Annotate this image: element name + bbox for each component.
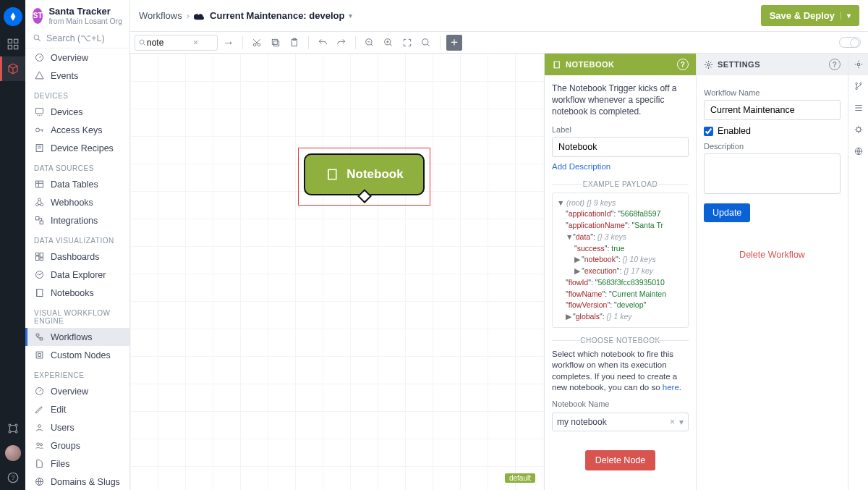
svg-point-7 <box>15 431 17 433</box>
nav-integrations[interactable]: Integrations <box>25 211 129 229</box>
zoom-out-icon[interactable] <box>362 35 378 51</box>
nav-webhooks[interactable]: Webhooks <box>25 193 129 211</box>
rail-help-icon[interactable]: ? <box>0 465 25 490</box>
zoom-in-icon[interactable] <box>380 35 396 51</box>
svg-rect-45 <box>272 39 277 44</box>
nav-overview[interactable]: Overview <box>25 48 129 67</box>
rail-dashboard-icon[interactable] <box>0 32 25 56</box>
paste-icon[interactable] <box>286 35 302 51</box>
canvas[interactable]: Notebook default <box>130 54 544 490</box>
panel-description: The Notebook Trigger kicks off a workflo… <box>552 83 689 118</box>
node-label: Notebook <box>346 167 403 182</box>
settings-help-icon[interactable]: ? <box>829 59 841 70</box>
settings-header: SETTINGS ? <box>697 54 848 75</box>
svg-rect-31 <box>36 352 43 358</box>
mini-branch-icon[interactable] <box>848 75 869 97</box>
enabled-checkbox-input[interactable] <box>704 127 713 136</box>
rail-cube-icon[interactable] <box>0 56 25 81</box>
svg-rect-1 <box>14 39 17 43</box>
add-node-icon[interactable]: ＋ <box>446 35 462 51</box>
svg-rect-23 <box>36 217 39 220</box>
save-caret-icon[interactable]: ▾ <box>841 12 851 20</box>
svg-point-16 <box>41 115 41 116</box>
example-payload[interactable]: ▼ (root) {} 9 keys "applicationId": "566… <box>552 193 689 328</box>
svg-point-33 <box>38 425 41 428</box>
nav-dashboards[interactable]: Dashboards <box>25 248 129 266</box>
notebook-icon <box>325 167 339 182</box>
delete-node-button[interactable]: Delete Node <box>585 450 656 470</box>
user-avatar[interactable] <box>5 445 21 461</box>
node-search[interactable]: × <box>135 35 218 51</box>
delete-workflow-link[interactable]: Delete Workflow <box>704 250 841 260</box>
nav-group-engine: VISUAL WORKFLOW ENGINE <box>25 302 129 328</box>
global-rail: ? <box>0 0 25 490</box>
mini-debug-icon[interactable] <box>848 119 869 140</box>
undo-icon[interactable] <box>315 35 331 51</box>
svg-point-14 <box>37 115 38 116</box>
enabled-checkbox[interactable]: Enabled <box>704 126 841 136</box>
nav-users[interactable]: Users <box>25 418 129 436</box>
svg-rect-24 <box>40 221 43 224</box>
nav-data-tables[interactable]: Data Tables <box>25 175 129 193</box>
svg-point-4 <box>9 424 11 426</box>
nav-files[interactable]: Files <box>25 455 129 473</box>
update-button[interactable]: Update <box>704 203 750 222</box>
svg-point-10 <box>34 35 39 40</box>
panel-help-icon[interactable]: ? <box>677 59 689 70</box>
nav-domains[interactable]: Domains & Slugs <box>25 473 129 490</box>
nav-events[interactable]: Events <box>25 67 129 85</box>
next-match-icon[interactable]: → <box>221 35 237 51</box>
zoom-reset-icon[interactable] <box>418 35 434 51</box>
nav-edit[interactable]: Edit <box>25 400 129 418</box>
nav-access-keys[interactable]: Access Keys <box>25 121 129 139</box>
nav-custom-nodes[interactable]: Custom Nodes <box>25 346 129 364</box>
svg-point-34 <box>37 443 40 446</box>
svg-rect-44 <box>274 41 279 46</box>
svg-point-5 <box>15 424 17 426</box>
nav-workflows[interactable]: Workflows <box>25 328 129 346</box>
nav-notebooks[interactable]: Notebooks <box>25 284 129 302</box>
sidebar-search[interactable]: Search (⌥+L) <box>25 28 129 48</box>
mini-list-icon[interactable] <box>848 97 869 119</box>
breadcrumb-root[interactable]: Workflows <box>139 10 182 21</box>
nav-device-recipes[interactable]: Device Recipes <box>25 139 129 157</box>
nav-exp-overview[interactable]: Overview <box>25 382 129 400</box>
copy-icon[interactable] <box>268 35 284 51</box>
nav-group-devices: DEVICES <box>25 85 129 103</box>
redo-icon[interactable] <box>333 35 349 51</box>
settings-panel: SETTINGS ? Workflow Name Enabled Descrip… <box>696 54 848 490</box>
search-icon <box>138 38 147 47</box>
nav-group-experience: EXPERIENCE <box>25 364 129 382</box>
breadcrumb-sep: › <box>187 10 190 21</box>
svg-text:?: ? <box>11 475 14 481</box>
mini-settings-icon[interactable] <box>848 54 869 75</box>
app-header[interactable]: ST Santa Tracker from Main Losant Org <box>25 0 129 28</box>
breadcrumb-caret-icon[interactable]: ▾ <box>349 12 352 20</box>
fit-icon[interactable] <box>399 35 415 51</box>
breadcrumb: Workflows › Current Maintenance: develop… <box>139 10 352 21</box>
nav-data-explorer[interactable]: Data Explorer <box>25 266 129 284</box>
workflow-name-input[interactable] <box>704 100 841 120</box>
brand-logo-icon[interactable] <box>4 7 22 26</box>
cut-icon[interactable] <box>249 35 265 51</box>
svg-point-55 <box>707 63 710 65</box>
nav-groups[interactable]: Groups <box>25 436 129 455</box>
save-deploy-button[interactable]: Save & Deploy▾ <box>761 5 859 26</box>
notebook-icon <box>552 60 561 69</box>
rail-graph-icon[interactable] <box>0 416 25 441</box>
mini-globe-icon[interactable] <box>848 140 869 162</box>
clear-icon[interactable]: × <box>193 38 198 48</box>
add-description-link[interactable]: Add Description <box>552 162 610 171</box>
description-input[interactable] <box>704 153 841 194</box>
workflow-node-notebook[interactable]: Notebook <box>298 148 430 206</box>
notebook-select[interactable]: my notebook × ▾ <box>552 413 689 431</box>
node-label-input[interactable] <box>552 137 689 157</box>
create-notebook-link[interactable]: here <box>663 383 679 392</box>
clear-select-icon[interactable]: × <box>670 417 675 427</box>
node-search-input[interactable] <box>147 38 193 48</box>
chevron-down-icon[interactable]: ▾ <box>679 417 684 427</box>
nav-devices[interactable]: Devices <box>25 103 129 121</box>
nav-group-sources: DATA SOURCES <box>25 157 129 175</box>
sidebar: ST Santa Tracker from Main Losant Org Se… <box>25 0 130 490</box>
debug-toggle[interactable] <box>839 37 861 48</box>
